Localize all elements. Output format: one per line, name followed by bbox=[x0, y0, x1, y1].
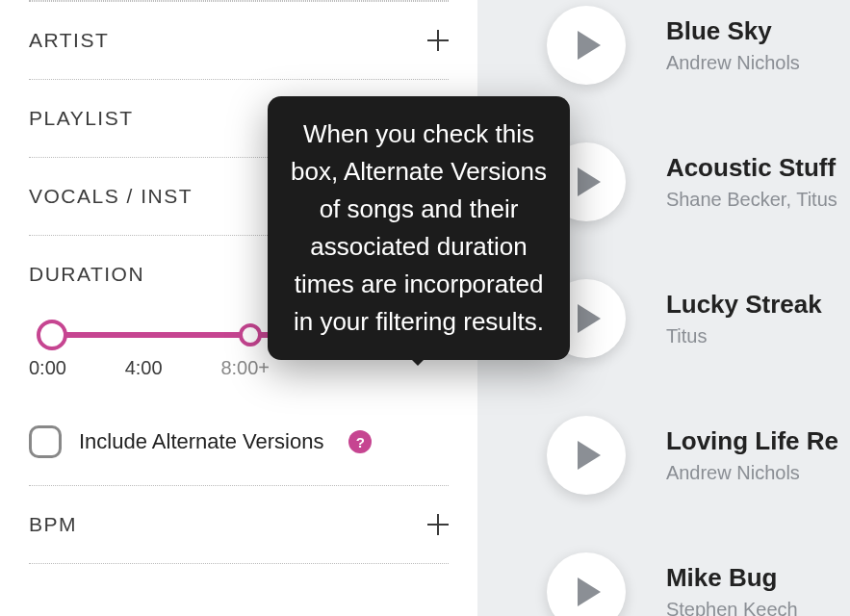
track-row: Mike Bug Stephen Keech bbox=[477, 524, 850, 616]
track-row: Loving Life Re Andrew Nichols bbox=[477, 387, 850, 524]
play-button[interactable] bbox=[547, 6, 626, 85]
filter-sidebar: ARTIST PLAYLIST VOCALS / INST DURATION bbox=[0, 0, 477, 616]
include-alt-versions-label: Include Alternate Versions bbox=[79, 429, 323, 454]
help-icon[interactable]: ? bbox=[348, 430, 372, 453]
play-button[interactable] bbox=[547, 416, 626, 495]
play-icon bbox=[578, 31, 601, 60]
track-artist[interactable]: Shane Becker, Titus bbox=[666, 189, 837, 211]
track-artist[interactable]: Stephen Keech bbox=[666, 599, 798, 616]
filter-label-artist: ARTIST bbox=[29, 29, 109, 52]
track-title[interactable]: Loving Life Re bbox=[666, 426, 838, 456]
filter-label-duration: DURATION bbox=[29, 263, 144, 286]
track-title[interactable]: Blue Sky bbox=[666, 16, 800, 46]
filter-label-bpm: BPM bbox=[29, 513, 77, 536]
track-artist[interactable]: Andrew Nichols bbox=[666, 462, 838, 484]
include-alt-versions-checkbox[interactable] bbox=[29, 425, 62, 458]
filter-artist[interactable]: ARTIST bbox=[29, 1, 449, 79]
filter-label-playlist: PLAYLIST bbox=[29, 107, 134, 130]
duration-min-label: 0:00 bbox=[29, 357, 66, 379]
duration-max-label: 8:00+ bbox=[220, 357, 270, 379]
track-title[interactable]: Lucky Streak bbox=[666, 290, 822, 320]
track-title[interactable]: Mike Bug bbox=[666, 563, 798, 593]
plus-icon[interactable] bbox=[427, 514, 449, 535]
slider-handle-min[interactable] bbox=[37, 320, 67, 350]
track-artist[interactable]: Titus bbox=[666, 325, 822, 347]
play-icon bbox=[578, 441, 601, 470]
filter-bpm[interactable]: BPM bbox=[29, 485, 449, 563]
track-title[interactable]: Acoustic Stuff bbox=[666, 153, 837, 183]
track-artist[interactable]: Andrew Nichols bbox=[666, 52, 800, 74]
play-icon bbox=[578, 304, 601, 333]
tooltip-text: When you check this box, Alternate Versi… bbox=[291, 119, 547, 336]
play-icon bbox=[578, 167, 601, 196]
help-tooltip: When you check this box, Alternate Versi… bbox=[268, 96, 570, 360]
plus-icon[interactable] bbox=[427, 30, 449, 51]
slider-labels: 0:00 4:00 8:00+ bbox=[29, 357, 270, 379]
slider-handle-max[interactable] bbox=[239, 323, 262, 346]
play-button[interactable] bbox=[547, 552, 626, 616]
filter-label-vocals-inst: VOCALS / INST bbox=[29, 185, 193, 208]
duration-mid-label: 4:00 bbox=[125, 357, 163, 379]
play-icon bbox=[578, 578, 601, 606]
